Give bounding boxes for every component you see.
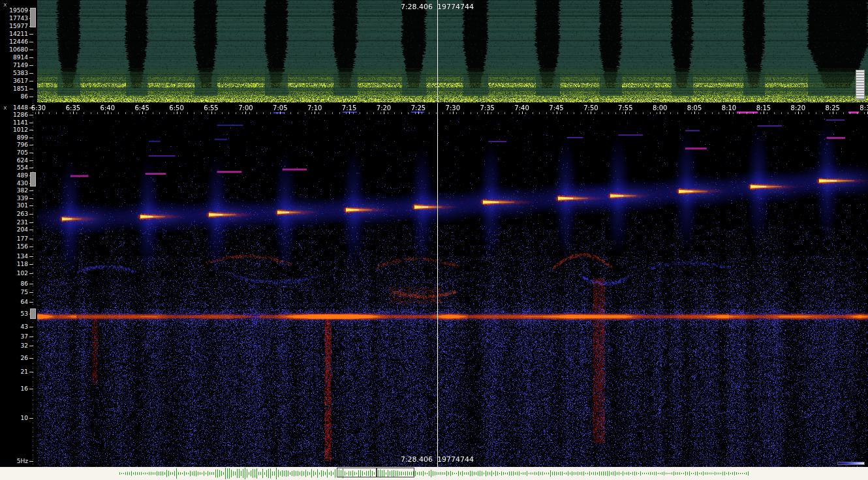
time-tick [349,112,350,114]
visible-extent-box-right[interactable] [377,468,414,477]
time-label: 8:15 [756,104,771,112]
freq-label: 3617 [13,78,28,84]
freq-tick [29,97,33,97]
freq-label: 102 [17,270,28,277]
time-tick [142,112,143,114]
time-label: 6:40 [101,104,115,112]
time-label: 7:25 [411,104,426,112]
waveform-overview-canvas[interactable] [0,467,868,480]
freq-tick [29,50,33,50]
time-label: 6:45 [134,104,149,112]
freq-tick [29,302,33,303]
close-icon[interactable]: x [1,104,9,112]
freq-scale-marker[interactable] [30,8,36,27]
freq-tick [29,160,33,161]
cursor-sample: 19774744 [437,3,474,11]
freq-tick [29,418,33,419]
time-tick [280,112,281,114]
freq-label: 430 [17,180,28,187]
colormap-scale [837,462,865,465]
freq-tick [29,273,33,274]
app-window: 1950917743159771421112446106808914714953… [0,0,868,480]
zoom-thumbwheel[interactable] [856,70,865,100]
cursor-time: 7:28.406 [401,455,433,464]
time-tick [453,112,454,114]
time-label: 6:50 [169,104,183,112]
freq-label: 86 [21,93,28,100]
freq-tick [29,65,33,66]
freq-label: 7149 [13,62,28,68]
freq-label: 15977 [9,23,28,29]
freq-tick [29,42,33,42]
freq-tick [29,73,33,74]
freq-label: 1141 [13,119,28,126]
freq-tick [29,284,33,284]
time-label: 8:25 [825,104,839,112]
freq-label: 5Hz [17,458,28,464]
time-tick [315,112,315,114]
freq-tick [29,372,33,372]
freq-tick [29,327,33,327]
frequency-scale-main[interactable]: 1448128611411012899796705624554489430382… [0,103,37,467]
freq-tick [29,264,33,265]
playback-cursor-line [437,0,438,102]
freq-label: 37 [21,333,28,340]
pane-main-spectrogram: 6:306:356:406:456:506:557:007:057:107:15… [0,103,868,467]
playback-cursor-line [437,103,438,467]
time-tick [418,112,419,114]
spectrogram-canvas-main[interactable] [37,103,868,467]
time-tick [245,112,246,114]
freq-tick [29,222,33,223]
freq-label: 53 [21,310,28,317]
time-tick [384,112,384,114]
time-label: 8:10 [722,104,736,112]
cursor-sample: 19774744 [437,455,474,464]
frequency-scale-top[interactable]: 1950917743159771421112446106808914714953… [0,0,37,103]
time-label: 7:50 [583,104,598,112]
freq-tick [29,190,33,191]
freq-label: 21 [21,368,28,375]
time-label: 7:45 [549,104,563,112]
time-tick [625,112,626,114]
time-label: 6:35 [66,104,80,112]
spectrogram-canvas-top[interactable] [37,0,868,102]
freq-tick [29,153,33,153]
time-tick [557,112,557,114]
time-tick [764,112,764,114]
time-tick [867,112,868,114]
freq-label: 382 [17,187,28,194]
freq-scale-marker[interactable] [30,308,36,319]
freq-tick [29,389,33,389]
freq-label: 32 [21,342,28,349]
freq-label: 64 [21,299,28,305]
visible-extent-box-left[interactable] [337,468,377,477]
freq-tick [29,123,33,123]
freq-label: 156 [17,243,28,250]
freq-tick [29,89,33,89]
freq-label: 899 [17,134,28,141]
cursor-position-label: 7:28.406 19774744 [401,455,474,464]
freq-tick [29,205,33,206]
freq-label: 16 [21,385,28,392]
freq-tick [29,81,33,82]
freq-label: 26 [21,355,28,361]
time-label: 7:20 [377,104,391,112]
time-tick [211,112,212,114]
time-label: 6:30 [31,104,46,112]
close-icon[interactable]: x [1,1,9,8]
freq-scale-marker[interactable] [30,172,36,187]
freq-label: 705 [17,149,28,156]
time-tick [73,112,74,114]
freq-label: 10680 [9,46,28,53]
freq-tick [29,256,33,257]
time-tick [177,112,178,114]
freq-tick [29,145,33,145]
freq-tick [29,214,33,215]
time-ruler[interactable]: 6:306:356:406:456:506:557:007:057:107:15… [0,103,868,114]
freq-label: 489 [17,172,28,179]
freq-label: 10 [21,415,28,421]
time-tick [729,112,730,114]
freq-tick [29,292,33,293]
freq-label: 624 [17,157,28,164]
minor-ticks [35,112,868,114]
